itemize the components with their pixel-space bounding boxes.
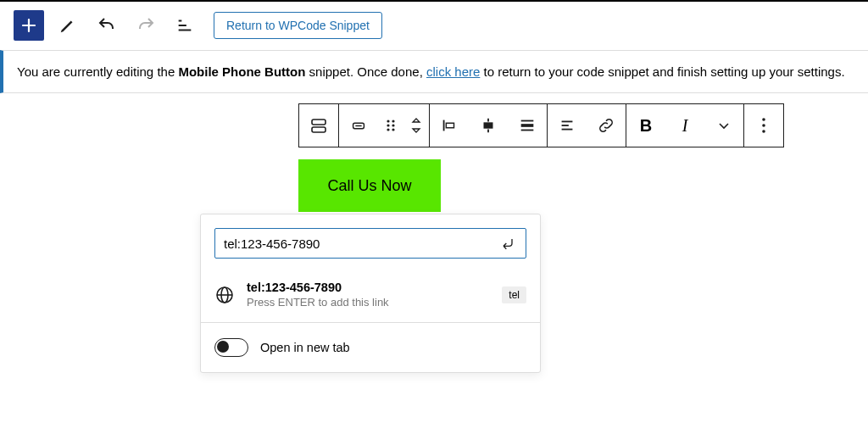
- redo-button[interactable]: [131, 10, 161, 41]
- svg-point-22: [762, 124, 765, 127]
- document-overview-button[interactable]: [170, 10, 200, 41]
- svg-point-8: [387, 128, 389, 131]
- notice-prefix: You are currently editing the: [17, 64, 178, 79]
- enter-icon: [499, 235, 516, 252]
- call-us-now-block-button[interactable]: Call Us Now: [298, 159, 441, 212]
- link-input-wrapper: [214, 228, 526, 259]
- editor-canvas: B I Call Us Now: [0, 93, 868, 103]
- svg-point-21: [762, 118, 765, 121]
- mover-icon: [349, 116, 368, 135]
- svg-point-4: [387, 120, 389, 122]
- align-left-icon: [440, 116, 459, 135]
- link-url-input[interactable]: [224, 236, 498, 251]
- open-new-tab-toggle[interactable]: [214, 338, 248, 357]
- align-center-button[interactable]: [469, 104, 508, 147]
- chevron-down-icon: [717, 119, 731, 132]
- link-icon: [597, 116, 615, 135]
- align-center-icon: [479, 116, 498, 135]
- more-options-icon: [761, 117, 766, 134]
- plus-icon: [20, 17, 37, 34]
- more-rich-text-button[interactable]: [704, 104, 743, 147]
- add-block-button[interactable]: [14, 10, 44, 41]
- toggle-knob: [217, 341, 229, 353]
- svg-point-6: [387, 124, 389, 126]
- redo-icon: [136, 15, 156, 36]
- suggestion-type-tag: tel: [502, 286, 526, 303]
- arrows-updown-icon: [410, 116, 422, 135]
- link-button[interactable]: [587, 104, 626, 147]
- italic-button[interactable]: I: [665, 104, 704, 147]
- block-toolbar: B I: [298, 103, 784, 147]
- svg-rect-0: [312, 120, 326, 125]
- link-popover: tel:123-456-7890 Press ENTER to add this…: [200, 214, 541, 373]
- align-full-icon: [518, 116, 537, 135]
- notice-mid: snippet. Once done,: [305, 64, 426, 79]
- justify-button[interactable]: [548, 104, 587, 147]
- align-full-button[interactable]: [508, 104, 547, 147]
- undo-button[interactable]: [92, 10, 122, 41]
- undo-icon: [97, 15, 117, 36]
- svg-point-5: [392, 120, 394, 122]
- submit-link-button[interactable]: [498, 234, 517, 253]
- editor-top-toolbar: Return to WPCode Snippet: [0, 0, 868, 50]
- button-block-icon: [309, 115, 329, 136]
- block-mover-button[interactable]: [339, 104, 378, 147]
- svg-rect-14: [484, 122, 493, 128]
- svg-point-9: [392, 128, 394, 131]
- notice-suffix: to return to your code snippet and finis…: [480, 64, 844, 79]
- list-view-icon: [175, 16, 194, 35]
- move-updown-button[interactable]: [403, 104, 429, 147]
- bold-button[interactable]: B: [626, 104, 665, 147]
- drag-handle-icon: [386, 117, 396, 134]
- return-to-wpcode-button[interactable]: Return to WPCode Snippet: [214, 12, 382, 39]
- link-suggestion-item[interactable]: tel:123-456-7890 Press ENTER to add this…: [201, 272, 540, 323]
- suggestion-subtext: Press ENTER to add this link: [247, 296, 490, 309]
- svg-point-23: [762, 130, 765, 133]
- justify-icon: [558, 116, 576, 135]
- call-button-label: Call Us Now: [327, 177, 411, 195]
- suggestion-title: tel:123-456-7890: [247, 281, 490, 294]
- notice-snippet-name: Mobile Phone Button: [178, 64, 305, 79]
- pencil-icon: [58, 16, 77, 35]
- more-options-button[interactable]: [744, 104, 783, 147]
- italic-label: I: [682, 116, 688, 136]
- svg-point-7: [392, 124, 394, 126]
- edit-mode-button[interactable]: [53, 10, 83, 41]
- drag-handle[interactable]: [378, 104, 403, 147]
- wpcode-editing-notice: You are currently editing the Mobile Pho…: [0, 50, 868, 93]
- svg-rect-11: [446, 123, 453, 128]
- svg-rect-1: [312, 127, 326, 132]
- align-left-button[interactable]: [430, 104, 469, 147]
- globe-icon: [214, 285, 235, 305]
- open-new-tab-label: Open in new tab: [260, 341, 350, 354]
- notice-return-link[interactable]: click here: [426, 64, 480, 79]
- block-type-button[interactable]: [299, 104, 338, 147]
- bold-label: B: [640, 116, 652, 136]
- svg-rect-16: [521, 124, 534, 127]
